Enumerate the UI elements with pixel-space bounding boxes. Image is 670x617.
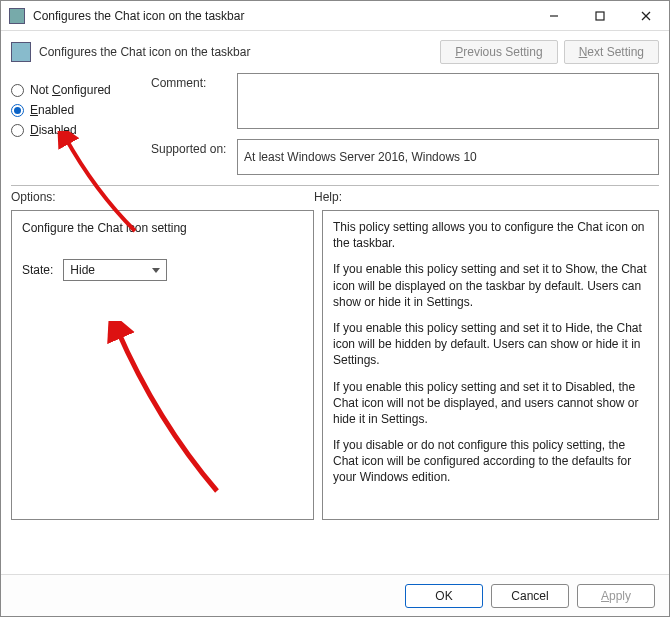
window-title: Configures the Chat icon on the taskbar [33,9,531,23]
radio-disabled[interactable]: Disabled [11,123,151,137]
radio-icon [11,84,24,97]
help-text: If you disable or do not configure this … [333,437,648,486]
radio-icon [11,124,24,137]
chevron-down-icon [152,268,160,273]
radio-label: Enabled [30,103,74,117]
comment-input[interactable] [237,73,659,129]
close-button[interactable] [623,2,669,30]
supported-value: At least Windows Server 2016, Windows 10 [237,139,659,175]
config-upper-section: Not Configured Enabled Disabled Comment:… [11,73,659,175]
help-label: Help: [314,190,659,204]
titlebar: Configures the Chat icon on the taskbar [1,1,669,31]
options-label: Options: [11,190,314,204]
help-text: If you enable this policy setting and se… [333,261,648,310]
policy-title: Configures the Chat icon on the taskbar [39,45,434,59]
options-panel: Configure the Chat icon setting State: H… [11,210,314,520]
radio-enabled[interactable]: Enabled [11,103,151,117]
state-select[interactable]: Hide [63,259,167,281]
dialog-footer: OK Cancel Apply [1,574,669,616]
meta-fields: Comment: Supported on: At least Windows … [151,73,659,175]
comment-row: Comment: [151,73,659,129]
state-row: State: Hide [22,259,303,281]
help-text: This policy setting allows you to config… [333,219,648,251]
ok-button[interactable]: OK [405,584,483,608]
maximize-button[interactable] [577,2,623,30]
lower-section: Configure the Chat icon setting State: H… [11,210,659,520]
state-radio-group: Not Configured Enabled Disabled [11,73,151,175]
supported-label: Supported on: [151,139,237,156]
previous-setting-button[interactable]: Previous Setting [440,40,557,64]
radio-not-configured[interactable]: Not Configured [11,83,151,97]
radio-label: Disabled [30,123,77,137]
state-label: State: [22,263,53,277]
apply-button[interactable]: Apply [577,584,655,608]
help-panel: This policy setting allows you to config… [322,210,659,520]
cancel-button[interactable]: Cancel [491,584,569,608]
next-setting-button[interactable]: Next Setting [564,40,659,64]
divider [11,185,659,186]
minimize-button[interactable] [531,2,577,30]
radio-icon [11,104,24,117]
help-text: If you enable this policy setting and se… [333,379,648,428]
comment-label: Comment: [151,73,237,90]
radio-label: Not Configured [30,83,111,97]
state-select-value: Hide [70,263,95,277]
supported-row: Supported on: At least Windows Server 20… [151,139,659,175]
section-headers: Options: Help: [11,190,659,204]
help-text: If you enable this policy setting and se… [333,320,648,369]
policy-header-icon [11,42,31,62]
policy-header: Configures the Chat icon on the taskbar … [1,31,669,73]
policy-icon [9,8,25,24]
svg-rect-1 [596,12,604,20]
options-setting-title: Configure the Chat icon setting [22,221,303,235]
